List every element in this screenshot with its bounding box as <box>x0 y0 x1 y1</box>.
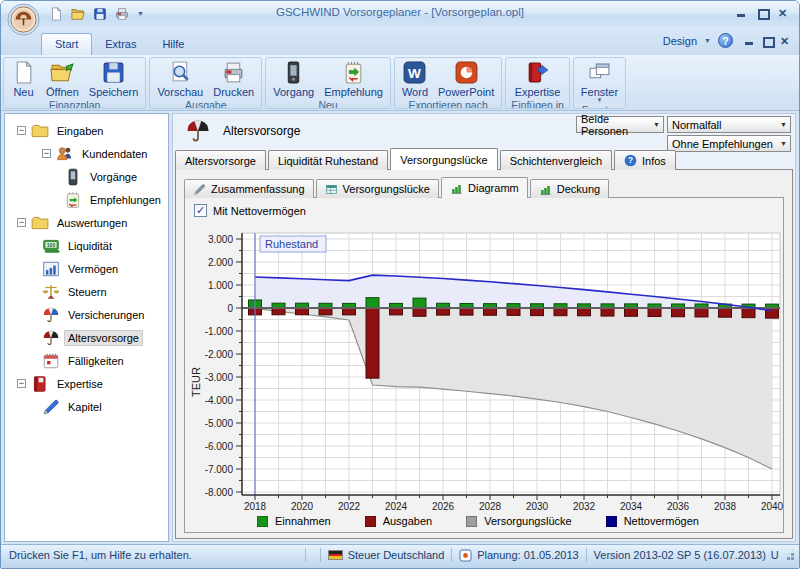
umbrella-icon <box>42 306 60 324</box>
vorschau-button[interactable]: Vorschau <box>153 59 207 99</box>
fenster-button[interactable]: Fenster ▼ <box>577 59 622 104</box>
tab-versorgungsluecke[interactable]: Versorgungslücke <box>390 148 497 170</box>
bar-chart-icon <box>539 183 552 196</box>
fenster-dropdown-icon: ▼ <box>597 98 603 103</box>
subtab-zusammenfassung[interactable]: Zusammenfassung <box>184 179 314 198</box>
ribbon-tab-extras[interactable]: Extras <box>92 34 149 55</box>
design-menu[interactable]: Design <box>663 35 697 47</box>
collapse-icon[interactable]: − <box>17 379 26 388</box>
chart-svg: Ruhestand3.0002.0001.0000-1.000-2.000-3.… <box>187 224 787 516</box>
tree-item-expertise[interactable]: − Expertise <box>5 372 168 395</box>
tree-item-empfehlungen[interactable]: Empfehlungen <box>5 188 168 211</box>
svg-text:-6.000: -6.000 <box>205 441 234 452</box>
mdi-minimize-button[interactable] <box>744 36 755 46</box>
nettovermoegen-checkbox[interactable]: ✓ <box>194 204 207 217</box>
restore-button[interactable] <box>757 8 768 18</box>
svg-text:2038: 2038 <box>714 501 737 512</box>
subtab-diagramm[interactable]: Diagramm <box>441 177 528 198</box>
collapse-icon[interactable]: − <box>17 126 26 135</box>
germany-flag-icon <box>328 550 343 560</box>
tree-item-altersvorsorge[interactable]: Altersvorsorge <box>5 326 168 349</box>
legend-item: Versorgungslücke <box>466 515 571 527</box>
recommendation-select[interactable]: Ohne Empfehlungen ▼ <box>667 135 791 152</box>
printer-icon <box>221 60 246 85</box>
legend-item: Nettovermögen <box>606 515 699 527</box>
legend-swatch <box>606 516 617 527</box>
word-button[interactable]: W Word <box>398 59 432 99</box>
ribbon-group-fenster: Fenster ▼ Fenster <box>573 57 626 109</box>
tab-infos[interactable]: ? Infos <box>614 150 676 170</box>
umbrella-dark-icon <box>42 329 60 347</box>
tab-content-box: Zusammenfassung Versorgungslücke Diagram… <box>175 169 793 539</box>
minimize-button[interactable] <box>736 8 747 18</box>
save-icon <box>101 60 126 85</box>
scenario-select[interactable]: Normalfall ▼ <box>667 116 791 133</box>
legend-swatch <box>466 516 477 527</box>
powerpoint-button[interactable]: PowerPoint <box>434 59 498 99</box>
help-icon[interactable]: ? <box>718 33 733 48</box>
svg-text:-8.000: -8.000 <box>205 487 234 498</box>
collapse-icon[interactable]: − <box>42 149 51 158</box>
svg-text:2020: 2020 <box>291 501 314 512</box>
tree-item-eingaben[interactable]: − Eingaben <box>5 119 168 142</box>
tree-item-vermoegen[interactable]: Vermögen <box>5 257 168 280</box>
chevron-down-icon: ▼ <box>650 117 663 132</box>
diagram-panel: ✓ Mit Nettovermögen Ruhestand3.0002.0001… <box>184 197 784 533</box>
tree-item-auswertungen[interactable]: − Auswertungen <box>5 211 168 234</box>
svg-text:2030: 2030 <box>526 501 549 512</box>
mdi-close-button[interactable]: ✕ <box>780 36 791 46</box>
main-area: − Eingaben − Kundendaten Vorgänge Empfeh… <box>1 111 799 544</box>
design-caret-icon[interactable]: ▼ <box>704 37 711 44</box>
expertise-button[interactable]: Expertise <box>511 59 565 99</box>
svg-text:-5.000: -5.000 <box>205 418 234 429</box>
page-header: Altersvorsorge <box>185 118 300 144</box>
mdi-restore-button[interactable] <box>762 36 773 46</box>
status-tax: Steuer Deutschland <box>328 549 445 561</box>
svg-text:3.000: 3.000 <box>208 234 233 245</box>
ribbon-group-einfuegen: Expertise Einfügen in <box>505 57 570 109</box>
pen-icon <box>42 398 60 416</box>
tab-schichtenvergleich[interactable]: Schichtenvergleich <box>500 150 612 170</box>
page-title: Altersvorsorge <box>223 124 300 138</box>
chevron-down-icon: ▼ <box>777 117 790 132</box>
svg-text:1.000: 1.000 <box>208 280 233 291</box>
svg-text:2036: 2036 <box>667 501 690 512</box>
close-button[interactable]: ✕ <box>778 8 789 18</box>
tab-altersvorsorge[interactable]: Altersvorsorge <box>175 150 266 170</box>
ribbon-tab-start[interactable]: Start <box>41 33 92 55</box>
tab-liquiditaet-ruhestand[interactable]: Liquidität Ruhestand <box>268 150 388 170</box>
tree-item-kapitel[interactable]: Kapitel <box>5 395 168 418</box>
tree-item-vorgaenge[interactable]: Vorgänge <box>5 165 168 188</box>
legend-swatch <box>257 516 268 527</box>
ribbon-tab-hilfe[interactable]: Hilfe <box>149 34 197 55</box>
speichern-button[interactable]: Speichern <box>85 59 143 99</box>
subtab-versorgungsluecke[interactable]: Versorgungslücke <box>316 179 439 198</box>
scales-icon <box>42 283 60 301</box>
application-orb-button[interactable] <box>7 3 40 36</box>
tree-item-kundendaten[interactable]: − Kundendaten <box>5 142 168 165</box>
tree-item-faelligkeiten[interactable]: Fälligkeiten <box>5 349 168 372</box>
vorgang-button[interactable]: Vorgang <box>269 59 318 99</box>
empfehlung-button[interactable]: Empfehlung <box>320 59 387 99</box>
oeffnen-button[interactable]: Öffnen <box>42 59 83 99</box>
svg-text:Ruhestand: Ruhestand <box>265 238 318 250</box>
resize-grip[interactable] <box>785 549 795 561</box>
recommendation-icon <box>341 60 366 85</box>
tree-item-steuern[interactable]: Steuern <box>5 280 168 303</box>
powerpoint-icon <box>454 60 479 85</box>
tree-item-versicherungen[interactable]: Versicherungen <box>5 303 168 326</box>
title-bar: ▼ GSCHWIND Vorsorgeplaner - [Vorsorgepla… <box>1 1 799 27</box>
neu-button[interactable]: Neu <box>7 59 40 99</box>
svg-text:-2.000: -2.000 <box>205 349 234 360</box>
drucken-button[interactable]: Drucken <box>209 59 258 99</box>
tree-item-liquiditaet[interactable]: 100 Liquidität <box>5 234 168 257</box>
collapse-icon[interactable]: − <box>17 218 26 227</box>
subtab-deckung[interactable]: Deckung <box>530 179 609 198</box>
ribbon-group-finanzplan: Neu Öffnen Speichern Finanzplan <box>3 57 146 109</box>
svg-text:-4.000: -4.000 <box>205 395 234 406</box>
folder-icon <box>31 122 49 140</box>
svg-text:W: W <box>409 66 422 81</box>
ribbon-group-ausgabe: Vorschau Drucken Ausgabe <box>149 57 262 109</box>
status-version: Version 2013-02 SP 5 (16.07.2013) U <box>594 549 779 561</box>
person-select[interactable]: Beide Personen ▼ <box>576 116 664 133</box>
